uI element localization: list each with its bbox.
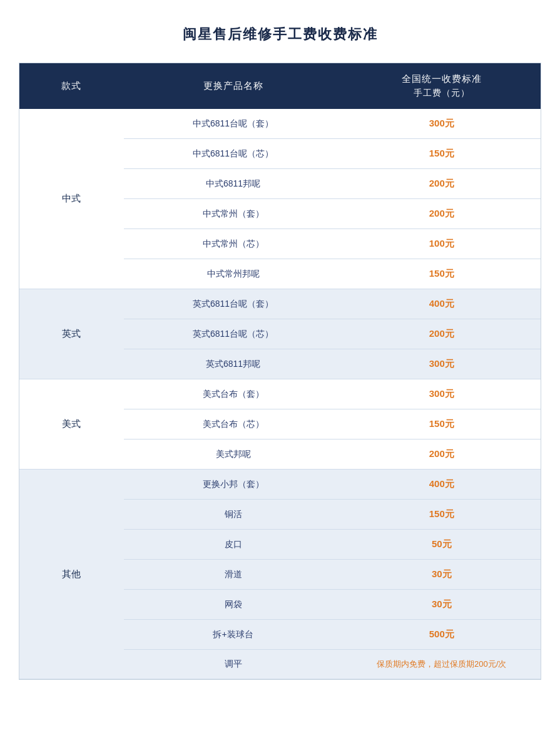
price-cell: 300元 — [342, 379, 541, 409]
price-cell: 30元 — [342, 590, 541, 620]
product-cell: 更换小邦（套） — [124, 470, 343, 500]
price-cell: 200元 — [342, 439, 541, 470]
page-title: 闽星售后维修手工费收费标准 — [183, 25, 378, 44]
price-cell: 400元 — [342, 289, 541, 319]
table-row: 英式英式6811台呢（套）400元 — [19, 289, 541, 319]
product-cell: 中式常州邦呢 — [124, 259, 343, 289]
style-cell: 其他 — [19, 470, 124, 679]
price-cell: 300元 — [342, 349, 541, 379]
product-cell: 美式台布（套） — [124, 379, 343, 409]
product-cell: 滑道 — [124, 560, 343, 590]
table-row: 中式中式6811台呢（套）300元 — [19, 109, 541, 139]
product-cell: 中式6811邦呢 — [124, 169, 343, 199]
product-cell: 英式6811邦呢 — [124, 349, 343, 379]
product-cell: 中式常州（套） — [124, 199, 343, 229]
product-cell: 美式邦呢 — [124, 439, 343, 470]
product-cell: 中式6811台呢（套） — [124, 109, 343, 139]
main-table: 款式 更换产品名称 全国统一收费标准 手工费（元） 中式中式6811台呢（套）3… — [19, 63, 541, 680]
price-cell: 50元 — [342, 530, 541, 560]
price-cell: 300元 — [342, 109, 541, 139]
col-header-product: 更换产品名称 — [124, 63, 343, 109]
price-cell: 500元 — [342, 620, 541, 650]
product-cell: 调平 — [124, 650, 343, 679]
style-cell: 美式 — [19, 379, 124, 470]
table-row: 其他更换小邦（套）400元 — [19, 470, 541, 500]
price-cell: 保质期内免费，超过保质期200元/次 — [342, 650, 541, 679]
table-row: 美式美式台布（套）300元 — [19, 379, 541, 409]
price-cell: 200元 — [342, 199, 541, 229]
product-cell: 拆+装球台 — [124, 620, 343, 650]
price-cell: 150元 — [342, 259, 541, 289]
product-cell: 中式常州（芯） — [124, 229, 343, 259]
product-cell: 网袋 — [124, 590, 343, 620]
product-cell: 英式6811台呢（套） — [124, 289, 343, 319]
price-cell: 100元 — [342, 229, 541, 259]
product-cell: 美式台布（芯） — [124, 409, 343, 439]
product-cell: 铜活 — [124, 500, 343, 530]
price-cell: 150元 — [342, 139, 541, 169]
price-cell: 200元 — [342, 169, 541, 199]
product-cell: 英式6811台呢（芯） — [124, 319, 343, 349]
col-header-price: 全国统一收费标准 手工费（元） — [342, 63, 541, 109]
product-cell: 皮口 — [124, 530, 343, 560]
col-header-style: 款式 — [19, 63, 124, 109]
price-cell: 200元 — [342, 319, 541, 349]
price-cell: 150元 — [342, 409, 541, 439]
style-cell: 英式 — [19, 289, 124, 379]
price-cell: 150元 — [342, 500, 541, 530]
style-cell: 中式 — [19, 109, 124, 289]
price-cell: 30元 — [342, 560, 541, 590]
table-header-row: 款式 更换产品名称 全国统一收费标准 手工费（元） — [19, 63, 541, 109]
product-cell: 中式6811台呢（芯） — [124, 139, 343, 169]
price-cell: 400元 — [342, 470, 541, 500]
